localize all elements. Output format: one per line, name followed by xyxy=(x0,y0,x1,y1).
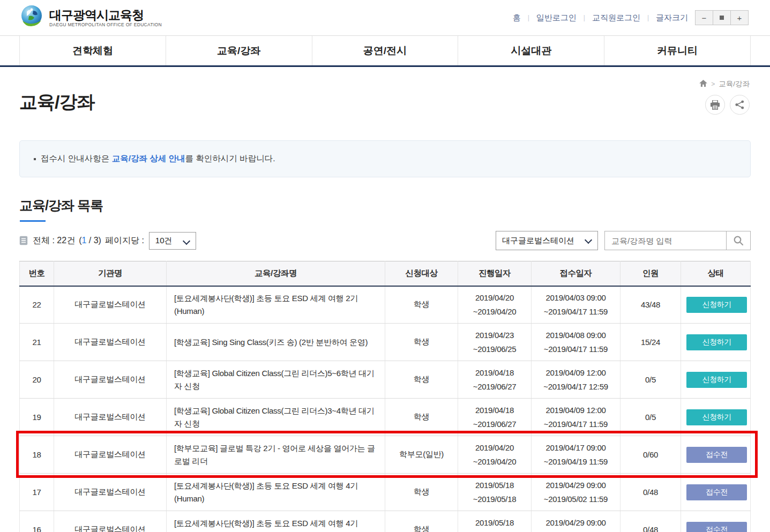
header-status: 상태 xyxy=(681,261,751,286)
link-divider: | xyxy=(647,14,649,21)
header-capacity: 인원 xyxy=(621,261,681,286)
cell-status: 신청하기 xyxy=(681,324,751,361)
cell-apply-period: 2019/04/17 09:00~2019/04/19 11:59 xyxy=(532,436,621,474)
cell-no: 22 xyxy=(20,286,54,324)
font-size-decrease-button[interactable]: − xyxy=(695,10,713,25)
cell-apply-period: 2019/04/09 12:00~2019/04/17 12:59 xyxy=(532,361,621,399)
notice-text-suffix: 를 확인하시기 바랍니다. xyxy=(185,154,275,163)
organization-selected-value: 대구글로벌스테이션 xyxy=(502,236,574,246)
font-size-increase-button[interactable]: + xyxy=(730,10,749,25)
cell-organization: 대구글로벌스테이션 xyxy=(54,286,167,324)
notice-detail-link[interactable]: 교육/강좌 상세 안내 xyxy=(112,154,185,163)
print-button[interactable] xyxy=(705,95,725,115)
bullet-icon xyxy=(34,158,36,160)
printer-icon xyxy=(710,100,720,110)
page-indicator: (1 / 3) xyxy=(79,236,101,245)
page-title: 교육/강좌 xyxy=(19,90,94,115)
link-general-login[interactable]: 일반로그인 xyxy=(536,13,577,23)
search-area: 대구글로벌스테이션 xyxy=(496,231,751,250)
cell-target: 학생 xyxy=(385,511,458,532)
cell-period: 2019/04/20~2019/04/20 xyxy=(458,286,532,324)
cell-period: 2019/04/23~2019/06/25 xyxy=(458,324,532,361)
status-button[interactable]: 신청하기 xyxy=(686,297,747,313)
cell-period: 2019/04/20~2019/04/20 xyxy=(458,436,532,474)
cell-target: 학생 xyxy=(385,324,458,361)
per-page-select[interactable]: 10건 xyxy=(149,232,196,250)
course-table: 번호 기관명 교육/강좌명 신청대상 진행일자 접수일자 인원 상태 22 대구… xyxy=(19,261,751,532)
font-size-controls: − + xyxy=(696,10,749,25)
table-row: 20 대구글로벌스테이션 [학생교육] Global Citizen Class… xyxy=(20,361,751,399)
table-row: 21 대구글로벌스테이션 [학생교육] Sing Sing Class(키즈 송… xyxy=(20,324,751,361)
cell-capacity: 0/48 xyxy=(621,474,681,511)
cell-target: 학부모(일반) xyxy=(385,436,458,474)
nav-item-field-trip[interactable]: 견학체험 xyxy=(19,36,166,65)
cell-capacity: 0/5 xyxy=(621,361,681,399)
cell-apply-period: 2019/04/08 09:00~2019/04/17 11:59 xyxy=(532,324,621,361)
status-button[interactable]: 접수전 xyxy=(686,522,747,532)
square-icon xyxy=(720,16,724,20)
course-search-input[interactable] xyxy=(604,231,727,250)
home-icon[interactable] xyxy=(699,80,707,88)
cell-capacity: 0/48 xyxy=(621,511,681,532)
nav-item-community[interactable]: 커뮤니티 xyxy=(604,36,751,65)
course-table-body: 22 대구글로벌스테이션 [토요세계봉사단(학생)] 초등 토요 ESD 세계 … xyxy=(20,286,751,532)
breadcrumb-current: 교육/강좌 xyxy=(719,79,750,89)
cell-course-title: [학생교육] Global Citizen Class(그린 리더스)3~4학년… xyxy=(167,399,385,436)
site-logo[interactable]: 대구광역시교육청 DAEGU METROPOLITAN OFFICE OF ED… xyxy=(19,4,162,31)
globe-logo-icon xyxy=(19,4,44,31)
link-home[interactable]: 홈 xyxy=(513,13,521,23)
cell-no: 16 xyxy=(20,511,54,532)
share-button[interactable] xyxy=(730,95,750,115)
cell-apply-period: 2019/04/29 09:00~2019/05/02 11:59 xyxy=(532,511,621,532)
cell-status: 신청하기 xyxy=(681,286,751,324)
header-organization: 기관명 xyxy=(54,261,167,286)
search-icon xyxy=(733,235,744,246)
nav-item-performance[interactable]: 공연/전시 xyxy=(312,36,458,65)
cell-period: 2019/04/18~2019/06/27 xyxy=(458,399,532,436)
notice-box: 접수시 안내사항은 교육/강좌 상세 안내를 확인하시기 바랍니다. xyxy=(19,140,751,177)
nav-item-education[interactable]: 교육/강좌 xyxy=(166,36,312,65)
link-staff-login[interactable]: 교직원로그인 xyxy=(592,13,640,23)
organization-select[interactable]: 대구글로벌스테이션 xyxy=(496,231,598,250)
cell-course-title: [토요세계봉사단(학생)] 초등 토요 ESD 세계 여행 4기 (Nature… xyxy=(167,511,385,532)
cell-no: 18 xyxy=(20,436,54,474)
cell-organization: 대구글로벌스테이션 xyxy=(54,474,167,511)
table-row: 18 대구글로벌스테이션 [학부모교육] 글로벌 특강 2기 - 영어로 세상을… xyxy=(20,436,751,474)
cell-organization: 대구글로벌스테이션 xyxy=(54,436,167,474)
cell-target: 학생 xyxy=(385,286,458,324)
nav-item-facility-rental[interactable]: 시설대관 xyxy=(458,36,604,65)
cell-period: 2019/04/18~2019/06/27 xyxy=(458,361,532,399)
search-button[interactable] xyxy=(726,231,751,250)
cell-course-title: [학생교육] Global Citizen Class(그린 리더스)5~6학년… xyxy=(167,361,385,399)
breadcrumb-separator: > xyxy=(711,80,715,88)
cell-target: 학생 xyxy=(385,399,458,436)
document-icon xyxy=(19,236,28,245)
cell-no: 20 xyxy=(20,361,54,399)
list-controls: 전체 : 22건 (1 / 3) 페이지당 : 10건 대구글로벌스테이션 xyxy=(19,231,751,250)
list-section-title: 교육/강좌 목록 xyxy=(19,197,103,222)
cell-status: 접수전 xyxy=(681,474,751,511)
table-header-row: 번호 기관명 교육/강좌명 신청대상 진행일자 접수일자 인원 상태 xyxy=(20,261,751,286)
status-button[interactable]: 신청하기 xyxy=(686,334,747,350)
title-row: 교육/강좌 xyxy=(19,90,750,115)
utility-links: 홈 | 일반로그인 | 교직원로그인 | 글자크기 − + xyxy=(513,10,749,25)
status-button[interactable]: 신청하기 xyxy=(686,372,747,388)
status-button[interactable]: 접수전 xyxy=(686,447,747,463)
status-button[interactable]: 신청하기 xyxy=(686,409,747,425)
link-divider: | xyxy=(528,14,529,21)
top-bar: 대구광역시교육청 DAEGU METROPOLITAN OFFICE OF ED… xyxy=(0,0,770,35)
cell-course-title: [토요세계봉사단(학생)] 초등 토요 ESD 세계 여행 2기 (Human) xyxy=(167,286,385,324)
cell-organization: 대구글로벌스테이션 xyxy=(54,324,167,361)
header-target: 신청대상 xyxy=(385,261,458,286)
list-info: 전체 : 22건 (1 / 3) 페이지당 : 10건 xyxy=(19,232,196,250)
cell-capacity: 43/48 xyxy=(621,286,681,324)
share-icon xyxy=(735,100,744,109)
cell-no: 19 xyxy=(20,399,54,436)
font-size-reset-button[interactable] xyxy=(713,10,731,25)
cell-target: 학생 xyxy=(385,361,458,399)
cell-status: 접수전 xyxy=(681,511,751,532)
table-row: 19 대구글로벌스테이션 [학생교육] Global Citizen Class… xyxy=(20,399,751,436)
cell-apply-period: 2019/04/09 12:00~2019/04/17 11:59 xyxy=(532,399,621,436)
logo-title: 대구광역시교육청 xyxy=(49,8,162,22)
status-button[interactable]: 접수전 xyxy=(686,484,747,500)
